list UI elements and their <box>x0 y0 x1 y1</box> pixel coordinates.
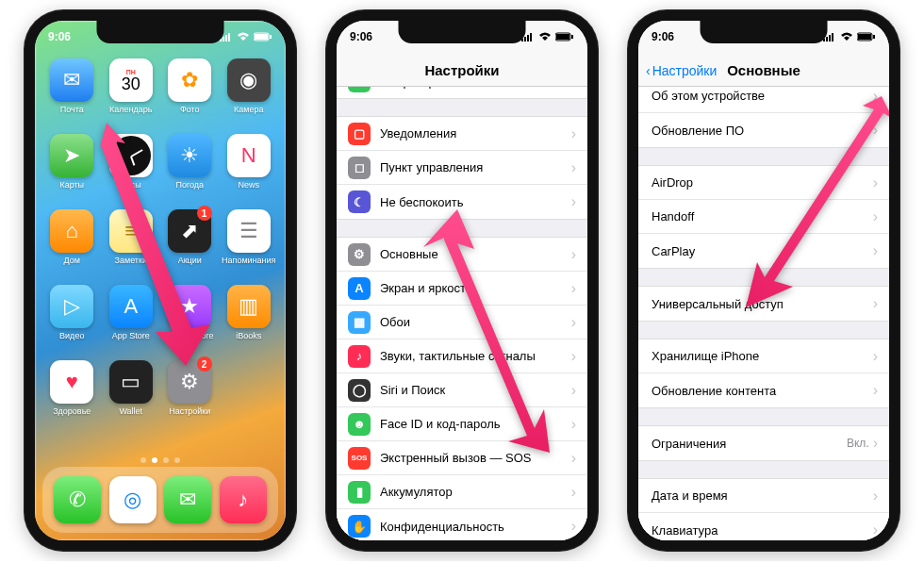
chevron-right-icon: › <box>571 348 576 365</box>
svg-rect-21 <box>858 34 871 40</box>
row-label: Обновление ПО <box>652 124 873 138</box>
app-news[interactable]: NNews <box>222 134 277 202</box>
row-icon: ▢ <box>348 123 371 145</box>
dock-phone[interactable]: ✆ <box>54 476 101 523</box>
row-icon: ☾ <box>348 190 371 213</box>
app-погода[interactable]: ☀Погода <box>162 134 218 202</box>
app-app store[interactable]: AApp Store <box>104 285 159 353</box>
app-камера[interactable]: ◉Камера <box>222 58 277 126</box>
row-label: Универсальный доступ <box>652 297 873 311</box>
row-label: Экран и яркость <box>380 281 571 295</box>
row-хранилище-iphone[interactable]: Хранилище iPhone› <box>638 339 889 373</box>
calendar-icon: ПН30 <box>109 58 153 102</box>
row-экстренный-вызов-sos[interactable]: SOSЭкстренный вызов — SOS› <box>337 441 587 475</box>
app-label: Здоровье <box>53 406 91 416</box>
app-label: Погода <box>175 180 204 190</box>
row-обновление-контента[interactable]: Обновление контента› <box>638 373 889 407</box>
app-здоровье[interactable]: ♥Здоровье <box>44 360 100 428</box>
row-пункт-управления[interactable]: ◻Пункт управления› <box>337 151 587 185</box>
app-icon: ▷ <box>50 285 93 328</box>
row-обновление-по[interactable]: Обновление ПО› <box>638 113 889 147</box>
app-настройки[interactable]: ⚙2Настройки <box>162 360 218 428</box>
row-аккумулятор[interactable]: ▮Аккумулятор› <box>337 475 587 509</box>
nav-title: Основные <box>727 62 800 78</box>
row-face-id-и-код-пароль[interactable]: ☻Face ID и код-пароль› <box>337 407 587 441</box>
row-label: Пункт управления <box>380 160 571 174</box>
row-label: Ограничения <box>652 437 847 451</box>
row-не-беспокоить[interactable]: ☾Не беспокоить› <box>337 185 587 219</box>
row-звуки-тактильные-сигналы[interactable]: ♪Звуки, тактильные сигналы› <box>337 339 587 373</box>
row-label: Об этом устройстве <box>652 89 873 103</box>
phone-home: 9:06 ✉ПочтаПН30Календарь✿Фото◉Камера➤Кар… <box>24 9 297 552</box>
dock-music[interactable]: ♪ <box>220 476 267 523</box>
row-дата-и-время[interactable]: Дата и время› <box>638 479 889 513</box>
app-wallet[interactable]: ▭Wallet <box>104 360 159 428</box>
row-экран-и-яркость[interactable]: AЭкран и яркость› <box>337 272 587 306</box>
row-обои[interactable]: ▦Обои› <box>337 306 587 339</box>
status-time: 9:06 <box>350 30 372 43</box>
chevron-right-icon: › <box>873 348 878 365</box>
chevron-right-icon: › <box>571 246 576 263</box>
row-icon: ✋ <box>348 515 371 538</box>
app-label: Карты <box>59 180 84 190</box>
wifi-icon <box>840 32 853 41</box>
app-фото[interactable]: ✿Фото <box>162 58 218 126</box>
app-карты[interactable]: ➤Карты <box>44 134 100 202</box>
row-icon: SOS <box>348 447 371 470</box>
app-icon: ➤ <box>50 134 93 177</box>
app-дом[interactable]: ⌂Дом <box>44 209 100 277</box>
app-напоминания[interactable]: ☰Напоминания <box>222 209 277 277</box>
row-ограничения[interactable]: ОграниченияВкл.› <box>638 426 889 460</box>
row-handoff[interactable]: Handoff› <box>638 200 889 234</box>
dock-messages[interactable]: ✉ <box>164 476 211 523</box>
chevron-right-icon: › <box>873 295 878 312</box>
row-label: Звуки, тактильные сигналы <box>380 349 571 363</box>
row-icon: ◻ <box>348 157 371 179</box>
row-siri-и-поиск[interactable]: ◯Siri и Поиск› <box>337 373 587 407</box>
app-видео[interactable]: ▷Видео <box>44 285 100 353</box>
app-календарь[interactable]: ПН30Календарь <box>104 58 159 126</box>
row-label: Уведомления <box>380 126 571 141</box>
app-icon: ⌂ <box>50 209 93 253</box>
svg-rect-22 <box>873 35 875 39</box>
app-почта[interactable]: ✉Почта <box>44 58 100 126</box>
wifi-icon <box>538 32 552 41</box>
app-часы[interactable]: Часы <box>104 134 159 202</box>
row-label: Обои <box>380 315 571 329</box>
svg-rect-19 <box>832 33 833 41</box>
app-заметки[interactable]: ≡Заметки <box>104 209 159 277</box>
svg-rect-3 <box>228 33 230 41</box>
row-универсальный-доступ[interactable]: Универсальный доступ› <box>638 287 889 321</box>
dock-safari[interactable]: ◎ <box>109 476 157 523</box>
row-уведомления[interactable]: ▢Уведомления› <box>337 117 587 151</box>
app-icon: ♥ <box>50 360 93 404</box>
row-label: Основные <box>380 247 571 261</box>
app-label: Часы <box>121 180 141 190</box>
svg-rect-9 <box>524 37 526 41</box>
row-label: Клавиатура <box>652 523 873 538</box>
app-icon: ✿ <box>168 58 211 102</box>
app-label: Почта <box>60 105 84 114</box>
row-основные[interactable]: ⚙Основные› <box>337 238 587 272</box>
row-клавиатура[interactable]: Клавиатура› <box>638 513 889 540</box>
app-label: Камера <box>234 105 263 114</box>
row-airdrop[interactable]: AirDrop› <box>638 166 889 200</box>
app-itunes store[interactable]: ★iTunes Store <box>162 285 218 353</box>
row-label: CarPlay <box>652 244 873 258</box>
app-ibooks[interactable]: ▥iBooks <box>222 285 277 353</box>
app-label: App Store <box>112 331 150 340</box>
row-label: Face ID и код-пароль <box>380 417 571 431</box>
chevron-right-icon: › <box>571 193 576 210</box>
back-button[interactable]: ‹ Настройки <box>646 63 717 78</box>
row-carplay[interactable]: CarPlay› <box>638 234 889 268</box>
app-icon: A <box>109 285 153 328</box>
row-icon: ▦ <box>348 311 371 334</box>
row-конфиденциальность[interactable]: ✋Конфиденциальность› <box>337 509 587 540</box>
chevron-right-icon: › <box>571 518 576 535</box>
row-label: Siri и Поиск <box>380 383 571 397</box>
row-icon: ☻ <box>348 413 371 436</box>
app-акции[interactable]: ⬈1Акции <box>162 209 218 277</box>
app-label: Дом <box>64 256 80 265</box>
app-label: Фото <box>180 105 200 114</box>
app-icon: N <box>227 134 271 177</box>
